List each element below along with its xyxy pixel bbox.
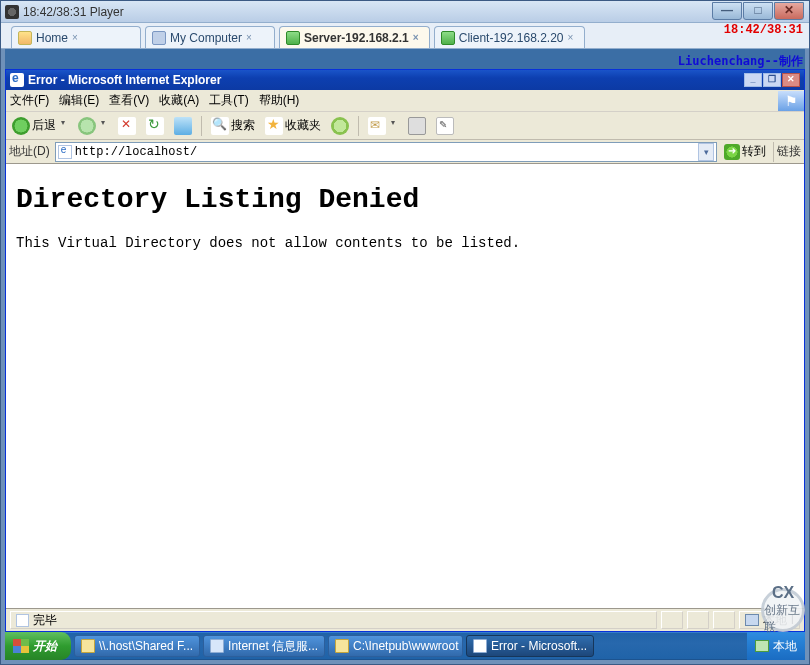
- status-empty-1: [661, 611, 683, 629]
- menu-edit[interactable]: 编辑(E): [59, 92, 99, 109]
- taskbar-item-iis[interactable]: Internet 信息服...: [203, 635, 325, 657]
- mail-button[interactable]: ▾: [365, 115, 401, 137]
- ie-content: Directory Listing Denied This Virtual Di…: [6, 164, 804, 609]
- search-button[interactable]: 搜索: [208, 115, 258, 137]
- tab-label: Client-192.168.2.20: [459, 31, 564, 45]
- player-title: 18:42/38:31 Player: [23, 5, 124, 19]
- taskbar-item-shared[interactable]: \\.host\Shared F...: [74, 635, 200, 657]
- ie-window-title: Error - Microsoft Internet Explorer: [28, 73, 221, 87]
- favorites-button[interactable]: 收藏夹: [262, 115, 324, 137]
- menu-help[interactable]: 帮助(H): [259, 92, 300, 109]
- ie-toolbar: 后退 ▾ ▾ 搜索 收藏夹: [6, 112, 804, 140]
- mail-icon: [368, 117, 386, 135]
- history-button[interactable]: [328, 115, 352, 137]
- forward-button[interactable]: ▾: [75, 115, 111, 137]
- error-heading: Directory Listing Denied: [16, 184, 794, 215]
- player-window: 18:42/38:31 Player — □ ✕ Home × My Compu…: [0, 0, 810, 665]
- address-input[interactable]: [75, 145, 695, 159]
- tab-close-icon[interactable]: ×: [246, 33, 256, 43]
- chevron-down-icon[interactable]: ▾: [58, 118, 68, 134]
- ie-close-button[interactable]: ✕: [782, 73, 800, 87]
- ie-titlebar[interactable]: Error - Microsoft Internet Explorer _ ❐ …: [6, 70, 804, 90]
- watermark-text: 创新互联: [764, 602, 802, 636]
- refresh-icon: [146, 117, 164, 135]
- taskbar-item-wwwroot[interactable]: C:\Inetpub\wwwroot: [328, 635, 463, 657]
- go-label: 转到: [742, 143, 766, 160]
- watermark-logo: CX 创新互联: [761, 588, 805, 632]
- menu-favorites[interactable]: 收藏(A): [159, 92, 199, 109]
- tab-close-icon[interactable]: ×: [568, 33, 578, 43]
- ie-statusbar: 完毕 本地 I: [6, 609, 804, 631]
- ie-minimize-button[interactable]: _: [744, 73, 762, 87]
- player-titlebar: 18:42/38:31 Player — □ ✕: [1, 1, 809, 23]
- history-icon: [331, 117, 349, 135]
- menu-tools[interactable]: 工具(T): [209, 92, 248, 109]
- go-icon: ➜: [724, 144, 740, 160]
- menu-file[interactable]: 文件(F): [10, 92, 49, 109]
- status-text: 完毕: [33, 612, 57, 629]
- ie-restore-button[interactable]: ❐: [763, 73, 781, 87]
- ie-icon: [473, 639, 487, 653]
- page-icon: [58, 145, 72, 159]
- chevron-down-icon[interactable]: ▾: [98, 118, 108, 134]
- tab-close-icon[interactable]: ×: [413, 33, 423, 43]
- overlay-author: Liuchenchang--制作: [678, 53, 803, 70]
- watermark-cx: CX: [772, 584, 794, 602]
- taskbar-label: Internet 信息服...: [228, 638, 318, 655]
- tab-home[interactable]: Home ×: [11, 26, 141, 48]
- stop-icon: [118, 117, 136, 135]
- edit-button[interactable]: [433, 115, 457, 137]
- network-icon: [755, 640, 769, 652]
- toolbar-separator: [201, 116, 202, 136]
- ie-addressbar: 地址(D) ▾ ➜ 转到 链接: [6, 140, 804, 164]
- stop-button[interactable]: [115, 115, 139, 137]
- system-tray[interactable]: 本地: [747, 632, 805, 660]
- vm-desktop-area: Error - Microsoft Internet Explorer _ ❐ …: [5, 49, 805, 660]
- window-controls: — □ ✕: [711, 2, 804, 20]
- links-label[interactable]: 链接: [773, 142, 801, 162]
- tab-my-computer[interactable]: My Computer ×: [145, 26, 275, 48]
- ie-menubar: 文件(F) 编辑(E) 查看(V) 收藏(A) 工具(T) 帮助(H) ⚑: [6, 90, 804, 112]
- menu-view[interactable]: 查看(V): [109, 92, 149, 109]
- back-label: 后退: [32, 117, 56, 134]
- xp-taskbar: 开始 \\.host\Shared F... Internet 信息服... C…: [5, 632, 805, 660]
- toolbar-separator: [358, 116, 359, 136]
- search-icon: [211, 117, 229, 135]
- done-icon: [16, 614, 29, 627]
- home-icon: [174, 117, 192, 135]
- player-icon: [5, 5, 19, 19]
- server-icon: [286, 31, 300, 45]
- edit-icon: [436, 117, 454, 135]
- tab-label: Home: [36, 31, 68, 45]
- chevron-down-icon[interactable]: ▾: [388, 118, 398, 134]
- address-dropdown-icon[interactable]: ▾: [698, 143, 714, 161]
- tab-label: Server-192.168.2.1: [304, 31, 409, 45]
- star-icon: [265, 117, 283, 135]
- home-icon: [18, 31, 32, 45]
- error-body: This Virtual Directory does not allow co…: [16, 235, 794, 251]
- taskbar-label: \\.host\Shared F...: [99, 639, 193, 653]
- ie-throbber-icon: ⚑: [778, 91, 804, 111]
- address-box[interactable]: ▾: [55, 142, 717, 162]
- minimize-button[interactable]: —: [712, 2, 742, 20]
- close-button[interactable]: ✕: [774, 2, 804, 20]
- tab-client[interactable]: Client-192.168.2.20 ×: [434, 26, 585, 48]
- print-button[interactable]: [405, 115, 429, 137]
- back-button[interactable]: 后退 ▾: [9, 115, 71, 137]
- go-button[interactable]: ➜ 转到: [720, 142, 770, 162]
- ie-window: Error - Microsoft Internet Explorer _ ❐ …: [5, 69, 805, 632]
- address-label: 地址(D): [9, 143, 52, 160]
- tab-server[interactable]: Server-192.168.2.1 ×: [279, 26, 430, 48]
- taskbar-item-ie[interactable]: Error - Microsoft...: [466, 635, 594, 657]
- status-empty-2: [687, 611, 709, 629]
- start-button[interactable]: 开始: [5, 632, 71, 660]
- status-empty-3: [713, 611, 735, 629]
- maximize-button[interactable]: □: [743, 2, 773, 20]
- home-button[interactable]: [171, 115, 195, 137]
- refresh-button[interactable]: [143, 115, 167, 137]
- tab-close-icon[interactable]: ×: [72, 33, 82, 43]
- windows-flag-icon: [13, 639, 29, 653]
- computer-icon: [152, 31, 166, 45]
- status-left: 完毕: [10, 611, 657, 629]
- client-icon: [441, 31, 455, 45]
